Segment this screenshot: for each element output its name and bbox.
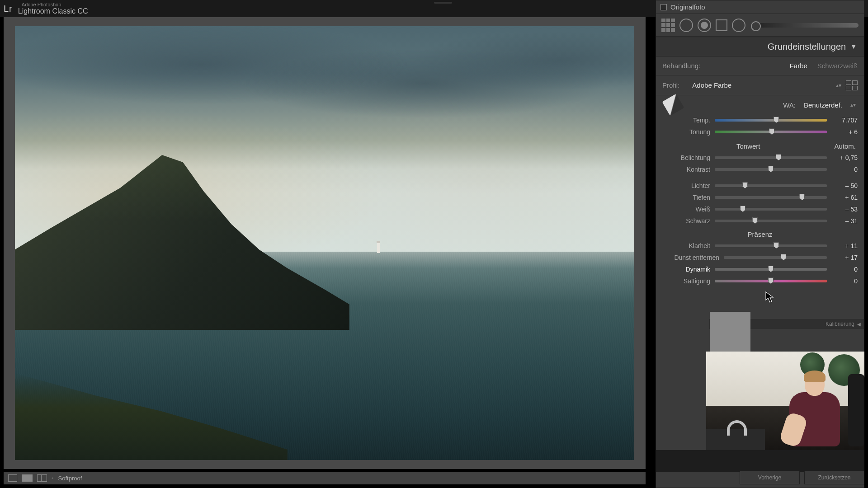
footer-buttons: Vorherige Zurücksetzen	[740, 471, 864, 484]
basic-panel-title: Grundeinstellungen	[768, 42, 846, 52]
temp-label: Temp.	[662, 117, 710, 124]
original-checkbox-label: Originalfoto	[670, 3, 705, 11]
clarity-slider[interactable]: Klarheit + 11	[656, 240, 864, 252]
exposure-thumb[interactable]	[776, 154, 781, 160]
dehaze-track[interactable]	[724, 256, 827, 259]
contrast-slider[interactable]: Kontrast 0	[656, 164, 864, 175]
whites-track[interactable]	[715, 208, 827, 211]
highlights-label: Lichter	[662, 182, 710, 189]
contrast-thumb[interactable]	[768, 166, 774, 172]
tone-subhead: Tonwert Autom.	[656, 138, 864, 152]
clarity-thumb[interactable]	[774, 242, 779, 249]
redeye-tool-icon[interactable]	[698, 19, 711, 32]
shadows-slider[interactable]: Tiefen + 61	[656, 192, 864, 203]
whites-slider[interactable]: Weiß – 53	[656, 203, 864, 215]
tint-value[interactable]: + 6	[831, 128, 858, 136]
app-logo: Lr	[4, 4, 13, 14]
dehaze-label: Dunst entfernen	[662, 254, 719, 261]
photo-preview[interactable]	[15, 26, 634, 460]
original-checkbox[interactable]	[660, 4, 667, 10]
panel-footer-dark	[656, 450, 864, 472]
dehaze-slider[interactable]: Dunst entfernen + 17	[656, 252, 864, 263]
tone-head-label: Tonwert	[662, 142, 834, 150]
highlights-value[interactable]: – 50	[831, 182, 858, 189]
brush-size-slider[interactable]	[753, 23, 859, 28]
exposure-value[interactable]: + 0,75	[831, 154, 858, 161]
wb-updown-icon[interactable]: ▴▾	[850, 102, 856, 108]
whites-value[interactable]: – 53	[831, 206, 858, 213]
shadows-track[interactable]	[715, 196, 827, 199]
highlights-slider[interactable]: Lichter – 50	[656, 180, 864, 192]
view-compare-icon[interactable]	[37, 474, 47, 482]
softproof-label[interactable]: Softproof	[58, 475, 82, 482]
tint-label: Tonung	[662, 128, 710, 136]
blacks-label: Schwarz	[662, 217, 710, 225]
radial-tool-icon[interactable]	[732, 19, 745, 32]
vibrance-label: Dynamik	[662, 266, 710, 273]
blacks-track[interactable]	[715, 220, 827, 222]
treatment-label: Behandlung:	[662, 62, 700, 70]
profile-value[interactable]: Adobe Farbe	[692, 81, 731, 89]
exposure-slider[interactable]: Belichtung + 0,75	[656, 152, 864, 164]
original-photo-row: Originalfoto	[656, 0, 864, 14]
saturation-track[interactable]	[715, 280, 827, 282]
blacks-value[interactable]: – 31	[831, 217, 858, 225]
statusbar: • Softproof	[4, 472, 646, 484]
clarity-track[interactable]	[715, 244, 827, 247]
tint-slider[interactable]: Tonung + 6	[656, 126, 864, 138]
temp-track[interactable]	[715, 119, 827, 122]
webcam-chair	[848, 374, 864, 446]
blacks-slider[interactable]: Schwarz – 31	[656, 215, 864, 227]
highlights-track[interactable]	[715, 184, 827, 187]
profile-label: Profil:	[662, 81, 679, 89]
tone-auto-button[interactable]: Autom.	[834, 142, 856, 150]
saturation-value[interactable]: 0	[831, 277, 858, 285]
shadows-thumb[interactable]	[799, 194, 805, 200]
profile-browser-icon[interactable]	[846, 80, 858, 90]
wb-label: WA:	[783, 101, 796, 109]
disclosure-triangle-icon: ▼	[850, 43, 857, 50]
saturation-label: Sättigung	[662, 277, 710, 285]
wb-picker-icon[interactable]	[662, 94, 684, 116]
crop-tool-icon[interactable]	[661, 19, 675, 32]
vibrance-value[interactable]: 0	[831, 266, 858, 273]
profile-updown-icon[interactable]: ▴▾	[836, 82, 841, 89]
view-single-icon[interactable]	[8, 474, 17, 482]
reset-button[interactable]: Zurücksetzen	[804, 471, 864, 484]
blacks-thumb[interactable]	[752, 217, 758, 224]
saturation-thumb[interactable]	[768, 277, 774, 284]
exposure-label: Belichtung	[662, 154, 710, 161]
exposure-track[interactable]	[715, 156, 827, 159]
wb-mode[interactable]: Benutzerdef.	[804, 101, 842, 109]
contrast-value[interactable]: 0	[831, 166, 858, 173]
tint-track[interactable]	[715, 131, 827, 133]
temp-value[interactable]: 7.707	[831, 117, 858, 124]
treatment-bw[interactable]: Schwarzweiß	[817, 62, 858, 70]
basic-panel-header[interactable]: Grundeinstellungen ▼	[656, 37, 864, 56]
temp-thumb[interactable]	[774, 117, 779, 123]
vibrance-slider[interactable]: Dynamik 0	[656, 263, 864, 275]
temp-slider[interactable]: Temp. 7.707	[656, 114, 864, 126]
whites-thumb[interactable]	[740, 206, 745, 212]
highlights-thumb[interactable]	[742, 182, 748, 188]
vibrance-thumb[interactable]	[768, 266, 774, 272]
saturation-slider[interactable]: Sättigung 0	[656, 275, 864, 287]
tint-thumb[interactable]	[769, 128, 774, 135]
calibration-disclosure-icon: ◀	[857, 322, 861, 327]
gradient-tool-icon[interactable]	[716, 19, 727, 31]
photo-clouds	[15, 26, 634, 217]
canvas-area	[4, 17, 646, 469]
clarity-value[interactable]: + 11	[831, 242, 858, 249]
dehaze-value[interactable]: + 17	[831, 254, 858, 261]
previous-button[interactable]: Vorherige	[740, 471, 800, 484]
shadows-value[interactable]: + 61	[831, 194, 858, 201]
contrast-track[interactable]	[715, 168, 827, 171]
clarity-label: Klarheit	[662, 242, 710, 249]
dehaze-thumb[interactable]	[781, 254, 786, 260]
treatment-color[interactable]: Farbe	[790, 62, 807, 70]
thumbnail-placeholder	[710, 312, 750, 352]
vibrance-track[interactable]	[715, 268, 827, 271]
app-name: Lightroom Classic CC	[18, 7, 88, 15]
view-split-icon[interactable]	[22, 474, 33, 482]
spot-tool-icon[interactable]	[679, 19, 693, 32]
